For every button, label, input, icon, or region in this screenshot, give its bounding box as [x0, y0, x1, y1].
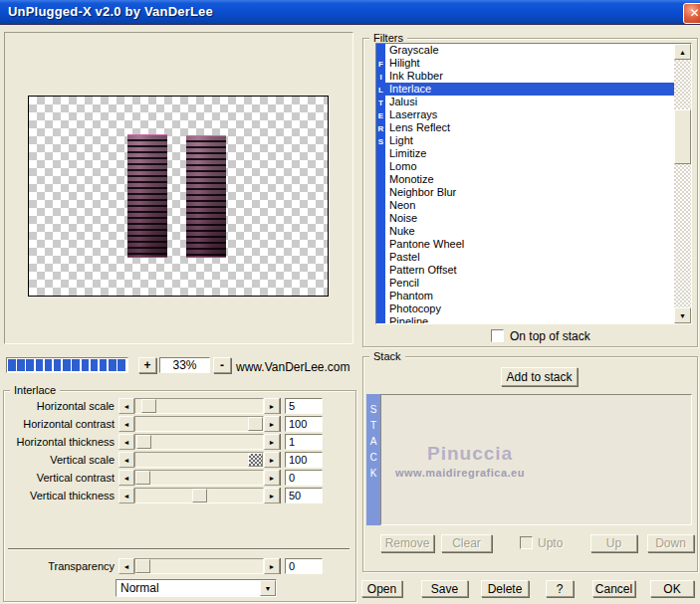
slider-value-field[interactable]: 0 — [285, 470, 323, 486]
filter-item[interactable]: Neon — [385, 199, 674, 212]
slider-thumb[interactable] — [248, 453, 263, 467]
slider-track[interactable] — [134, 434, 264, 450]
slider-value-field[interactable]: 5 — [285, 398, 323, 414]
remove-button[interactable]: Remove — [380, 534, 434, 552]
preview-image[interactable] — [28, 96, 329, 297]
slider-thumb[interactable] — [135, 471, 150, 485]
slider-row-horizontal-scale: Horizontal scale ◄ ► 5 — [5, 398, 323, 414]
slider-row-vertical-thickness: Vertical thickness ◄ ► 50 — [5, 488, 323, 503]
slider-thumb[interactable] — [136, 435, 151, 449]
watermark-name: Pinuccia — [427, 443, 513, 465]
slider-right-arrow[interactable]: ► — [264, 488, 280, 503]
filters-list: Grayscale Hilight Ink Rubber Interlace J… — [385, 44, 674, 323]
slider-right-arrow[interactable]: ► — [264, 558, 280, 574]
add-to-stack-button[interactable]: Add to stack — [501, 367, 578, 386]
slider-value-field[interactable]: 0 — [285, 558, 323, 574]
upto-checkbox[interactable] — [520, 536, 533, 549]
slider-track[interactable] — [134, 558, 264, 574]
slider-left-arrow[interactable]: ◄ — [118, 558, 134, 574]
cancel-button[interactable]: Cancel — [592, 580, 635, 597]
slider-thumb[interactable] — [135, 559, 150, 573]
slider-label: Horizontal scale — [5, 400, 118, 412]
stack-list-area[interactable]: Pinuccia www.maidiregrafica.eu — [380, 394, 692, 525]
progress-bar — [6, 357, 128, 373]
slider-track[interactable] — [134, 488, 264, 503]
filter-item[interactable]: Monotize — [385, 173, 674, 186]
filter-item[interactable]: Lens Reflect — [385, 121, 674, 134]
slider-value-field[interactable]: 1 — [285, 434, 323, 450]
filter-item[interactable]: Nuke — [385, 225, 674, 238]
slider-right-arrow[interactable]: ► — [264, 434, 280, 450]
slider-value-field[interactable]: 100 — [285, 452, 323, 468]
slider-value-field[interactable]: 100 — [285, 416, 323, 432]
slider-label: Vertical scale — [5, 454, 118, 466]
filter-item[interactable]: Grayscale — [385, 44, 674, 57]
filter-item[interactable]: Noise — [385, 212, 674, 225]
slider-left-arrow[interactable]: ◄ — [118, 488, 134, 503]
slider-left-arrow[interactable]: ◄ — [118, 398, 134, 414]
help-button[interactable]: ? — [546, 580, 574, 597]
zoom-out-button[interactable]: - — [213, 357, 231, 373]
filter-item[interactable]: Neighbor Blur — [385, 186, 674, 199]
slider-right-arrow[interactable]: ► — [264, 398, 280, 414]
window-title: UnPlugged-X v2.0 by VanDerLee — [8, 4, 213, 19]
filter-item[interactable]: Pattern Offset — [385, 264, 674, 277]
up-button[interactable]: Up — [590, 534, 637, 552]
zoom-level-field[interactable]: 33% — [159, 357, 210, 373]
filter-item[interactable]: Pencil — [385, 277, 674, 290]
slider-left-arrow[interactable]: ◄ — [118, 470, 134, 486]
filter-item[interactable]: Laserrays — [385, 108, 674, 121]
slider-row-vertical-scale: Vertical scale ◄ ► 100 — [5, 452, 323, 468]
slider-row-horizontal-contrast: Horizontal contrast ◄ ► 100 — [5, 416, 323, 432]
scroll-down-icon[interactable]: ▼ — [674, 307, 691, 323]
filter-item[interactable]: Jalusi — [385, 96, 674, 108]
scroll-up-icon[interactable]: ▲ — [674, 44, 691, 60]
filter-item[interactable]: Phantom — [385, 290, 674, 302]
slider-row-vertical-contrast: Vertical contrast ◄ ► 0 — [5, 470, 323, 486]
filters-listbox: FILTERS Grayscale Hilight Ink Rubber Int… — [375, 43, 692, 324]
slider-left-arrow[interactable]: ◄ — [118, 416, 134, 432]
filter-item[interactable]: Photocopy — [385, 302, 674, 315]
chevron-down-icon[interactable]: ▼ — [260, 580, 276, 596]
delete-button[interactable]: Delete — [481, 580, 529, 597]
scrollbar-thumb[interactable] — [674, 109, 691, 164]
zoom-in-button[interactable]: + — [138, 357, 156, 373]
filter-item[interactable]: Light — [385, 134, 674, 147]
filters-scrollbar[interactable]: ▲ ▼ — [674, 44, 691, 323]
filter-item[interactable]: Ink Rubber — [385, 70, 674, 83]
slider-right-arrow[interactable]: ► — [264, 416, 280, 432]
slider-track[interactable] — [134, 452, 264, 468]
slider-thumb[interactable] — [248, 417, 263, 431]
slider-value-field[interactable]: 50 — [285, 488, 323, 503]
title-bar[interactable]: UnPlugged-X v2.0 by VanDerLee ✕ — [0, 0, 700, 25]
ok-button[interactable]: OK — [650, 580, 694, 597]
blend-mode-value: Normal — [120, 581, 159, 595]
stack-group-title: Stack — [369, 350, 405, 362]
slider-track[interactable] — [134, 470, 264, 486]
save-button[interactable]: Save — [421, 580, 468, 597]
separator-line — [8, 548, 350, 550]
slider-right-arrow[interactable]: ► — [264, 452, 280, 468]
slider-left-arrow[interactable]: ◄ — [118, 452, 134, 468]
slider-left-arrow[interactable]: ◄ — [118, 434, 134, 450]
slider-track[interactable] — [134, 398, 264, 414]
open-button[interactable]: Open — [361, 580, 402, 597]
filter-item[interactable]: Lomo — [385, 160, 674, 173]
filter-item[interactable]: Pipeline — [385, 315, 674, 323]
slider-label: Vertical thickness — [5, 490, 118, 502]
blend-mode-dropdown[interactable]: Normal ▼ — [116, 579, 277, 597]
down-button[interactable]: Down — [647, 534, 694, 552]
slider-thumb[interactable] — [192, 489, 207, 503]
interlace-group-title: Interlace — [10, 384, 60, 396]
filter-item[interactable]: Hilight — [385, 57, 674, 70]
filter-item[interactable]: Interlace — [385, 83, 674, 96]
filter-item[interactable]: Pantone Wheel — [385, 238, 674, 251]
filter-item[interactable]: Pastel — [385, 251, 674, 264]
close-button[interactable]: ✕ — [683, 3, 700, 24]
slider-thumb[interactable] — [141, 399, 156, 413]
clear-button[interactable]: Clear — [441, 534, 492, 552]
filter-item[interactable]: Limitize — [385, 147, 674, 160]
slider-right-arrow[interactable]: ► — [264, 470, 280, 486]
slider-track[interactable] — [134, 416, 264, 432]
on-top-of-stack-checkbox[interactable] — [491, 329, 504, 342]
